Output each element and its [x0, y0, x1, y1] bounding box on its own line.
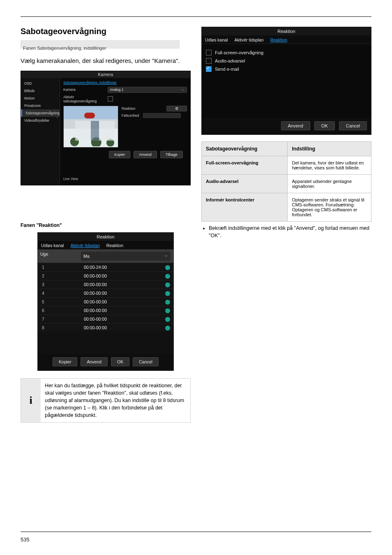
row-fullscreen-label: Full-screen-overvågning: [202, 156, 288, 175]
enable-label: Aktivér sabotageovervågning: [63, 95, 108, 103]
schedule-row[interactable]: 100:00-24:00: [38, 263, 173, 271]
schedule-row-num: 8: [38, 324, 81, 332]
schedule-row-num: 5: [38, 298, 81, 306]
p2-ok-button[interactable]: OK: [111, 357, 129, 366]
clock-icon[interactable]: [165, 300, 170, 305]
copy-button[interactable]: Kopier: [109, 151, 130, 158]
description-table: Sabotageovervågning Indstilling Full-scr…: [201, 141, 371, 222]
clock-icon[interactable]: [165, 326, 170, 331]
sidebar-item[interactable]: OSD: [21, 80, 60, 87]
th-setting: Indstilling: [288, 142, 371, 156]
apply-button[interactable]: Anvend: [134, 151, 157, 158]
bullet-item: Bekræft indstillingerne med et klik på "…: [209, 225, 371, 239]
camera-select[interactable]: Analog 1: [108, 87, 187, 93]
schedule-row-time[interactable]: 00:00-24:00: [81, 263, 173, 271]
p3-tab-trigger-channel[interactable]: Udløs kanal: [205, 37, 228, 42]
p3-tab-reaction[interactable]: Reaktion: [270, 37, 287, 42]
tab-label-text: Fanen Sabotageovervågning, indstillinger: [23, 45, 191, 51]
info-icon: i: [21, 379, 41, 423]
back-button[interactable]: Tilbage: [160, 151, 183, 158]
intro-text: Vælg kamerakanalen, der skal redigeres, …: [21, 56, 191, 65]
schedule-row[interactable]: 300:00-00:00: [38, 280, 173, 289]
reaction-panel: Reaktion Udløs kanal Aktivér tidsplan Re…: [201, 27, 371, 135]
sidebar-item[interactable]: Motion: [21, 95, 60, 102]
sensitivity-field[interactable]: [143, 113, 181, 118]
clock-icon[interactable]: [165, 265, 170, 270]
schedule-row-num: 1: [38, 263, 81, 271]
settings-link[interactable]: Sabotageovervågning, indstillinger: [63, 81, 187, 85]
schedule-row[interactable]: 500:00-00:00: [38, 297, 173, 306]
camera-preview: [63, 106, 118, 148]
live-view-link[interactable]: Live View: [63, 177, 78, 181]
sidebar-item[interactable]: Billede: [21, 87, 60, 95]
camera-settings-panel: Kamera OSD Billede Motion Privatzone Sab…: [21, 71, 191, 185]
reaction-option[interactable]: Full-screen-overvågning: [206, 50, 367, 56]
schedule-row-time[interactable]: 00:00-00:00: [81, 272, 173, 280]
th-param: Sabotageovervågning: [202, 142, 288, 156]
clock-icon[interactable]: [165, 282, 170, 287]
sidebar-item[interactable]: Videoafbrydelse: [21, 117, 60, 124]
panel-title: Kamera: [21, 71, 190, 78]
schedule-row-time[interactable]: 00:00-00:00: [81, 298, 173, 306]
schedule-row[interactable]: 700:00-00:00: [38, 314, 173, 323]
p2-copy-button[interactable]: Kopier: [53, 357, 77, 366]
p3-tab-schedule[interactable]: Aktivér tidsplan: [234, 37, 263, 42]
clock-icon[interactable]: [165, 274, 170, 279]
camera-label: Kamera: [63, 88, 108, 92]
row-notify-desc: Optageren sender straks et signal til CM…: [288, 193, 371, 222]
sidebar-item-selected[interactable]: Sabotageovervågning: [21, 109, 60, 117]
info-note: i Her kan du fastlægge, på hvilket tidsp…: [21, 378, 191, 423]
schedule-panel: Reaktion Udløs kanal Aktivér tidsplan Re…: [37, 232, 174, 371]
panel3-tabs: Udløs kanal Aktivér tidsplan Reaktion: [202, 35, 371, 44]
enable-checkbox[interactable]: [108, 96, 113, 102]
schedule-row-time[interactable]: 00:00-00:00: [81, 315, 173, 323]
schedule-row[interactable]: 800:00-00:00: [38, 323, 173, 332]
reaction-option[interactable]: Audio-advarsel: [206, 58, 367, 64]
sidebar-item[interactable]: Privatzone: [21, 102, 60, 109]
schedule-row-num: 3: [38, 280, 81, 289]
bullet-list: Bekræft indstillingerne med et klik på "…: [209, 225, 371, 239]
clock-icon[interactable]: [165, 291, 170, 296]
schedule-row-num: 4: [38, 289, 81, 297]
page-number: 535: [21, 536, 30, 543]
section-heading: Sabotageovervågning: [21, 27, 191, 36]
reaction-label: Reaktion: [122, 106, 143, 111]
schedule-row-num: 6: [38, 306, 81, 314]
row-audio-desc: Apparatet udsender gentagne signaltoner.: [288, 175, 371, 193]
schedule-row-time[interactable]: 00:00-00:00: [81, 324, 173, 332]
checkbox[interactable]: [206, 66, 212, 72]
tab-schedule[interactable]: Aktivér tidsplan: [70, 243, 99, 248]
reaction-gear-button[interactable]: ⚙: [166, 106, 187, 111]
schedule-row-time[interactable]: 00:00-00:00: [81, 289, 173, 297]
schedule-row-num: 2: [38, 272, 81, 280]
reaction-option[interactable]: Send e-mail: [206, 66, 367, 72]
row-notify-label: Informér kontrolcenter: [202, 193, 288, 222]
schedule-col-week: Uge: [38, 250, 78, 263]
panel3-title: Reaktion: [202, 27, 371, 35]
p2-apply-button[interactable]: Anvend: [81, 357, 108, 366]
schedule-row-time[interactable]: 00:00-00:00: [81, 280, 173, 289]
p2-cancel-button[interactable]: Cancel: [133, 357, 159, 366]
sensitivity-label: Følsomhed: [122, 113, 143, 118]
tab-trigger-channel[interactable]: Udløs kanal: [41, 243, 64, 248]
reaction-option-label: Audio-advarsel: [215, 58, 245, 63]
day-select[interactable]: Ma: [81, 251, 171, 261]
p3-ok-button[interactable]: OK: [314, 121, 335, 130]
info-text: Her kan du fastlægge, på hvilket tidspun…: [41, 379, 190, 423]
schedule-row[interactable]: 400:00-00:00: [38, 289, 173, 297]
row-audio-label: Audio-advarsel: [202, 175, 288, 193]
panel2-tabs: Udløs kanal Aktivér tidsplan Reaktion: [38, 241, 173, 250]
row-fullscreen-desc: Det kamera, hvor der blev udløst en hænd…: [288, 156, 371, 175]
clock-icon[interactable]: [165, 308, 170, 313]
checkbox[interactable]: [206, 50, 212, 56]
p3-apply-button[interactable]: Anvend: [281, 121, 310, 130]
clock-icon[interactable]: [165, 317, 170, 322]
schedule-row[interactable]: 600:00-00:00: [38, 306, 173, 314]
reaction-option-label: Send e-mail: [215, 67, 239, 72]
checkbox[interactable]: [206, 58, 212, 64]
schedule-row-time[interactable]: 00:00-00:00: [81, 306, 173, 314]
tab-reaction[interactable]: Reaktion: [106, 243, 123, 248]
p3-cancel-button[interactable]: Cancel: [339, 121, 367, 130]
schedule-row[interactable]: 200:00-00:00: [38, 271, 173, 280]
panel2-caption: Fanen "Reaktion": [21, 222, 191, 228]
